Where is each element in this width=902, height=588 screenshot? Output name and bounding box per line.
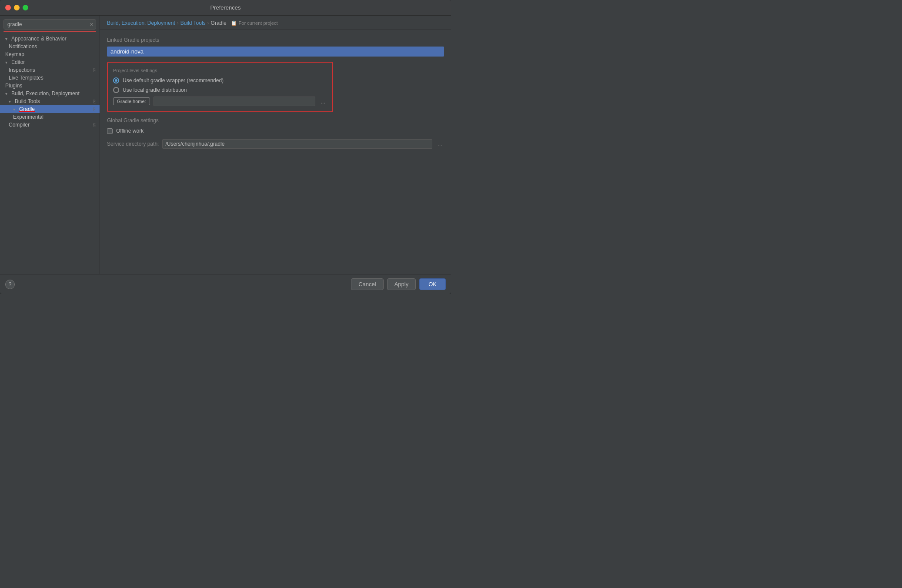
main-content: ✕ Appearance & Behavior Notifications Ke… <box>0 16 451 274</box>
service-dir-input[interactable] <box>162 139 432 149</box>
breadcrumb-sep-2: › <box>207 20 209 26</box>
offline-work-checkbox[interactable] <box>107 128 113 134</box>
service-dir-label: Service directory path: <box>107 141 159 147</box>
sidebar-item-editor[interactable]: Editor <box>0 58 100 66</box>
sidebar-tree: Appearance & Behavior Notifications Keym… <box>0 34 100 274</box>
arrow-icon <box>5 91 10 96</box>
project-level-title: Project-level settings <box>113 68 327 73</box>
offline-work-label: Offline work <box>116 128 144 134</box>
sidebar-item-gradle[interactable]: Gradle ⎘ <box>0 105 100 113</box>
sidebar-item-label: Gradle <box>19 106 35 112</box>
sidebar-item-build-exec-deploy[interactable]: Build, Execution, Deployment <box>0 90 100 97</box>
global-gradle-label: Global Gradle settings <box>107 117 444 124</box>
breadcrumb-gradle: Gradle <box>211 20 227 26</box>
copy-icon: ⎘ <box>93 107 96 112</box>
sidebar-item-appearance-behavior[interactable]: Appearance & Behavior <box>0 35 100 43</box>
arrow-icon <box>5 37 10 41</box>
panel-body: Linked Gradle projects android-nova Proj… <box>100 30 451 274</box>
right-panel: Build, Execution, Deployment › Build Too… <box>100 16 451 274</box>
sidebar-item-keymap[interactable]: Keymap <box>0 50 100 58</box>
radio-label-default-wrapper: Use default gradle wrapper (recommended) <box>123 77 224 84</box>
minimize-button[interactable] <box>14 5 20 10</box>
project-level-box: Project-level settings Use default gradl… <box>107 62 333 112</box>
sidebar-item-label: Notifications <box>9 43 37 50</box>
window-controls <box>5 5 28 10</box>
maximize-button[interactable] <box>23 5 28 10</box>
project-icon: 📋 <box>231 20 237 26</box>
sidebar-item-label: Plugins <box>5 83 22 89</box>
sidebar-item-label: Editor <box>11 59 25 65</box>
arrow-icon <box>5 60 10 65</box>
sidebar-item-notifications[interactable]: Notifications <box>0 43 100 50</box>
project-label: For current project <box>239 20 278 26</box>
sidebar-item-inspections[interactable]: Inspections ⎘ <box>0 66 100 74</box>
window-title: Preferences <box>210 4 241 11</box>
breadcrumb: Build, Execution, Deployment › Build Too… <box>100 16 451 30</box>
sidebar-item-label: Build, Execution, Deployment <box>11 90 80 97</box>
sidebar-item-plugins[interactable]: Plugins <box>0 82 100 90</box>
copy-icon: ⎘ <box>93 99 96 104</box>
bottom-bar: ? Cancel Apply OK <box>0 274 451 294</box>
sidebar-item-label: Build Tools <box>15 98 40 104</box>
breadcrumb-project: 📋 For current project <box>231 20 278 26</box>
ok-button[interactable]: OK <box>419 278 446 290</box>
copy-icon: ⎘ <box>93 67 96 73</box>
arrow-icon <box>13 107 17 112</box>
sidebar-item-experimental[interactable]: Experimental <box>0 113 100 121</box>
service-dir-row: Service directory path: ... <box>107 139 444 149</box>
breadcrumb-build-exec[interactable]: Build, Execution, Deployment <box>107 20 175 26</box>
breadcrumb-sep-1: › <box>177 20 179 26</box>
search-clear-icon[interactable]: ✕ <box>90 22 94 27</box>
sidebar-item-label: Live Templates <box>9 75 43 81</box>
cancel-button[interactable]: Cancel <box>351 278 383 290</box>
radio-local-distribution[interactable] <box>113 87 119 93</box>
gradle-home-input[interactable] <box>154 97 316 106</box>
radio-row-default-wrapper: Use default gradle wrapper (recommended) <box>113 77 327 84</box>
titlebar: Preferences <box>0 0 451 16</box>
copy-icon: ⎘ <box>93 122 96 127</box>
apply-button[interactable]: Apply <box>387 278 416 290</box>
sidebar-item-compiler[interactable]: Compiler ⎘ <box>0 121 100 129</box>
linked-project-row[interactable]: android-nova <box>107 47 444 57</box>
gradle-home-browse-button[interactable]: ... <box>319 97 327 106</box>
sidebar-item-label: Compiler <box>9 122 30 128</box>
radio-label-local-distribution: Use local gradle distribution <box>123 87 187 93</box>
radio-row-local-distribution: Use local gradle distribution <box>113 87 327 93</box>
sidebar-item-label: Keymap <box>5 51 24 57</box>
service-dir-browse-button[interactable]: ... <box>436 140 444 148</box>
bottom-actions: Cancel Apply OK <box>351 278 446 290</box>
search-box: ✕ <box>3 19 96 30</box>
gradle-home-label: Gradle home: <box>113 97 150 105</box>
search-underline <box>3 31 96 32</box>
search-input[interactable] <box>3 19 96 30</box>
arrow-icon <box>9 99 13 104</box>
sidebar-item-live-templates[interactable]: Live Templates <box>0 74 100 82</box>
sidebar-item-label: Inspections <box>9 67 35 73</box>
sidebar-item-build-tools[interactable]: Build Tools ⎘ <box>0 97 100 105</box>
offline-work-row: Offline work <box>107 128 444 134</box>
linked-projects-label: Linked Gradle projects <box>107 37 444 43</box>
sidebar-item-label: Experimental <box>13 114 43 120</box>
preferences-window: Preferences ✕ Appearance & Behavior Noti… <box>0 0 451 294</box>
radio-default-wrapper[interactable] <box>113 77 119 84</box>
help-button[interactable]: ? <box>5 280 15 289</box>
breadcrumb-build-tools[interactable]: Build Tools <box>180 20 206 26</box>
sidebar-item-label: Appearance & Behavior <box>11 36 67 42</box>
gradle-home-row: Gradle home: ... <box>113 97 327 106</box>
close-button[interactable] <box>5 5 11 10</box>
sidebar: ✕ Appearance & Behavior Notifications Ke… <box>0 16 100 274</box>
